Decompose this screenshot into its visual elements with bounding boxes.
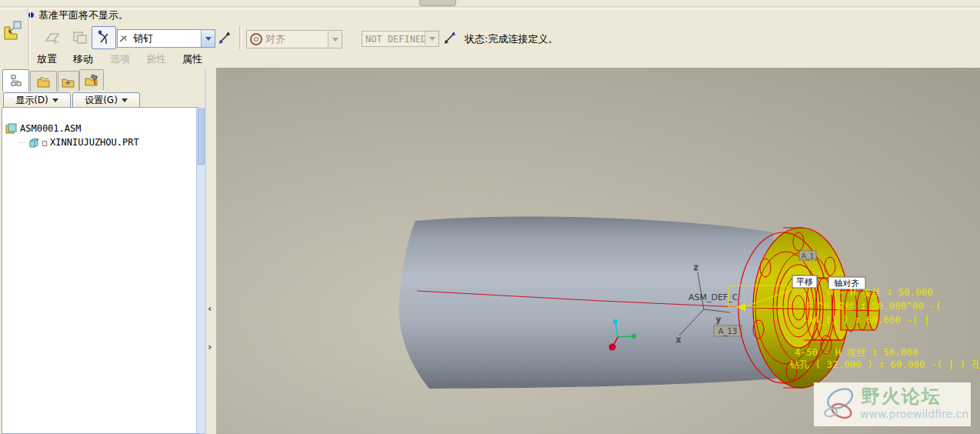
constraint-status-dropdown[interactable]: NOT DEFINED [362,31,439,47]
csys-label: ASM_DEF_C [688,292,738,302]
model-tree: ASM0001.ASM ┈┈ □XINNIUJUZHOU.PRT [2,107,198,434]
folder-star-icon: ✳ [62,76,75,88]
forum-watermark: 野火论坛 www.proewildfire.cn [814,382,971,426]
toolbar-separator [239,26,242,49]
proe-assembly-window: 基准平面将不显示。 销钉 对齐 NOT DEFINED [0,0,980,434]
svg-text:✳: ✳ [65,79,71,87]
drag-label-translate[interactable]: 平移 [792,275,817,288]
tab-placement[interactable]: 放置 [37,52,57,66]
constraint-type-value: 销钉 [130,32,201,45]
offset-type-value: 对齐 [262,32,328,46]
show-menu-button[interactable]: 显示(D) [3,92,71,108]
constraint-type-dropdown[interactable]: 销钉 [117,29,215,48]
cylinder-body[interactable] [399,217,777,389]
watermark-url: www.proewildfire.cn [860,408,968,420]
collapse-left-icon[interactable]: ‹ [208,305,212,312]
model-tree-icon [10,75,22,87]
offset-type-arrow [328,31,342,48]
tab-history[interactable] [79,69,104,90]
svg-text:平移: 平移 [796,277,813,287]
svg-text:-AA_1) ) ↧ 60.000 -( |: -AA_1) ) ↧ 60.000 -( | [802,314,930,326]
assembly-icon [5,123,17,134]
graphics-area[interactable]: x z y ASM_DEF_C A_13 [216,68,980,434]
window-top-tab [419,0,456,6]
svg-text:z: z [694,263,698,272]
svg-text:y: y [716,315,721,324]
watermark-title: 野火论坛 [862,384,942,409]
svg-text:钻孔 ( 32.000 ) ↧ 60.000 -( | ): 钻孔 ( 32.000 ) ↧ 60.000 -( | ) 孔 [789,359,980,370]
flip-constraint-button[interactable] [218,31,232,47]
tree-scrollbar-thumb[interactable] [198,109,205,165]
separate-window-button[interactable] [68,26,92,49]
dropdown-arrow-icon [122,98,128,102]
constraint-status-arrow [425,32,438,46]
tab-properties[interactable]: 属性 [182,52,202,66]
settings-menu-button[interactable]: 设置(G) [72,92,140,108]
tree-item-label: XINNIUJUZHOU.PRT [50,137,139,148]
svg-text:0 - H 攻丝 ↧ 50.000: 0 - H 攻丝 ↧ 50.000 [827,286,933,298]
axis-tag-a13[interactable]: A_13 [714,326,742,336]
assemble-component-icon [2,20,24,45]
tab-flexibility: 挠性 [146,52,166,66]
constraint-status-value: NOT DEFINED [362,34,425,45]
align-constraint-icon [250,33,262,45]
connection-status-text: 状态:完成连接定义。 [465,32,558,46]
flip-orientation-button[interactable] [443,31,457,47]
tree-item-assembly[interactable]: ASM0001.ASM [5,123,81,134]
pin-constraint-icon [118,33,130,44]
expand-right-icon[interactable]: › [208,343,212,351]
show-menu-label: 显示(D) [15,94,48,107]
feature-box-glyph: □ [42,139,47,147]
offset-type-dropdown[interactable]: 对齐 [246,30,342,48]
tab-folder-browser[interactable] [30,71,57,92]
dropdown-arrow-icon [52,98,58,102]
tab-options: 选项 [110,52,130,66]
tab-move[interactable]: 移动 [73,52,93,66]
tree-item-part[interactable]: ┈┈ □XINNIUJUZHOU.PRT [18,137,139,148]
svg-text:x: x [676,336,681,344]
folder-hammer-icon [85,74,99,87]
axis-tag-a1[interactable]: A_1 [799,251,816,260]
assembly-window-button[interactable] [92,26,116,49]
svg-text:A_13: A_13 [718,327,738,336]
tree-branch-line: ┈┈ [18,139,25,147]
toolbar-groove [0,6,980,9]
folders-icon [37,76,51,88]
settings-menu-label: 设置(G) [85,94,118,107]
part-icon [28,138,39,148]
toolbar-separator [28,8,31,66]
tab-model-tree[interactable] [2,69,29,92]
svg-text:A_1: A_1 [802,252,814,260]
constraint-type-arrow[interactable] [201,30,215,47]
use-interface-button[interactable] [40,26,65,49]
tab-favorites[interactable]: ✳ [58,71,79,92]
svg-text:F ^H 攻丝 ↧ 50.000^00 -(: F ^H 攻丝 ↧ 50.000^00 -( [806,300,942,312]
navigator-panel: ✳ 显示(D) 设置(G) ASM0001.ASM ┈┈ □XINNIUJUZH… [0,68,216,434]
svg-text:4-50 - H 攻丝 ↧ 50.000: 4-50 - H 攻丝 ↧ 50.000 [795,346,918,358]
wildfire-logo-icon [818,385,863,425]
tree-item-label: ASM0001.ASM [20,123,81,134]
message-text: 基准平面将不显示。 [38,8,128,22]
